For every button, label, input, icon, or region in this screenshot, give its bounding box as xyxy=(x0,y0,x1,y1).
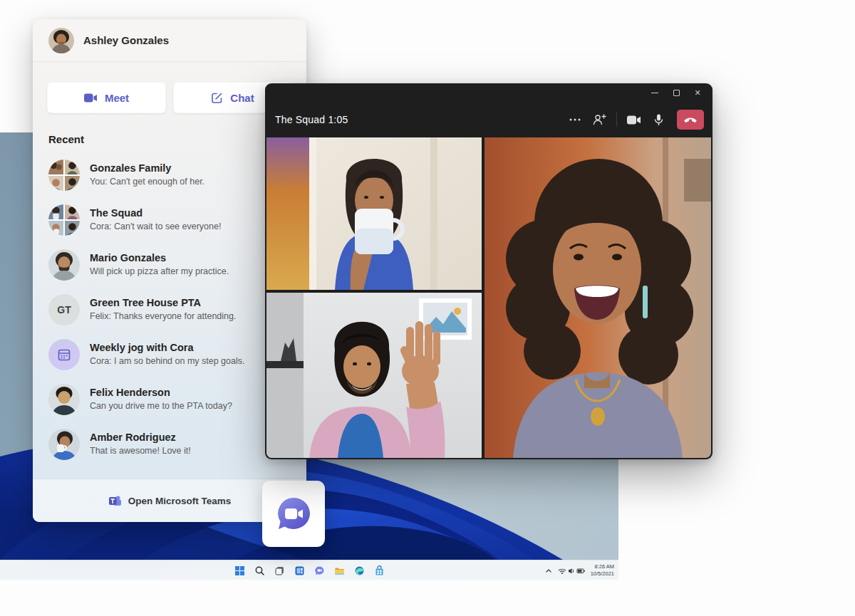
camera-icon[interactable] xyxy=(623,110,645,130)
hang-up-button[interactable] xyxy=(677,110,704,130)
open-teams-label: Open Microsoft Teams xyxy=(128,496,232,506)
call-toolbar xyxy=(564,110,704,130)
person-avatar xyxy=(48,384,80,415)
more-icon[interactable] xyxy=(564,110,586,130)
person-avatar xyxy=(48,249,80,281)
conversation-title: Felix Henderson xyxy=(90,386,232,400)
chevron-up-icon[interactable] xyxy=(544,567,554,575)
conversation-title: The Squad xyxy=(90,207,221,221)
taskbar: 8:26 AM 10/5/2021 xyxy=(0,560,618,580)
store-icon[interactable] xyxy=(372,563,387,578)
tray-date: 10/5/2021 xyxy=(591,570,614,578)
conversation-preview: That is awesome! Love it! xyxy=(90,445,191,457)
conversation-preview: Felix: Thanks everyone for attending. xyxy=(90,310,236,323)
add-people-icon[interactable] xyxy=(589,110,610,130)
flyout-header: Ashley Gonzales xyxy=(33,19,306,62)
conversation-preview: You: Can't get enough of her. xyxy=(90,176,204,188)
teams-logo-icon xyxy=(108,494,122,508)
start-icon[interactable] xyxy=(232,563,247,578)
conversation-title: Weekly jog with Cora xyxy=(90,341,244,355)
conversation-preview: Cora: I am so behind on my step goals. xyxy=(90,355,244,367)
group-avatar xyxy=(48,160,80,191)
search-icon[interactable] xyxy=(252,563,267,578)
chat-button-label: Chat xyxy=(230,92,254,104)
taskbar-icons xyxy=(232,560,387,580)
maximize-icon[interactable] xyxy=(665,85,687,100)
video-tile-woman-drinking xyxy=(266,137,482,290)
microphone-icon[interactable] xyxy=(648,110,669,130)
conversation-title: Amber Rodriguez xyxy=(90,431,191,445)
video-tile-woman-laughing xyxy=(484,137,711,458)
compose-icon xyxy=(211,92,223,104)
conversation-title: Green Tree House PTA xyxy=(90,296,236,310)
teams-launcher-card[interactable] xyxy=(262,481,325,547)
calendar-avatar xyxy=(48,339,80,370)
task-view-icon[interactable] xyxy=(272,563,287,578)
person-avatar xyxy=(48,429,80,460)
call-title: The Squad 1:05 xyxy=(275,114,348,125)
avatar-initials: GT xyxy=(48,294,80,325)
toolbar-divider xyxy=(616,113,617,127)
hang-up-icon xyxy=(683,115,698,124)
window-controls: ✕ xyxy=(265,83,712,102)
tray-time: 8:26 AM xyxy=(591,563,614,570)
calendar-icon xyxy=(57,348,71,362)
close-icon[interactable]: ✕ xyxy=(687,85,708,100)
system-tray[interactable]: 8:26 AM 10/5/2021 xyxy=(544,560,616,580)
call-window: ✕ The Squad 1:05 xyxy=(265,83,712,459)
user-name: Ashley Gonzales xyxy=(83,34,169,46)
minimize-icon[interactable] xyxy=(644,85,665,100)
conversation-title: Gonzales Family xyxy=(90,162,204,176)
initials-avatar: GT xyxy=(48,294,80,325)
tray-status-icons[interactable] xyxy=(558,567,586,575)
file-explorer-icon[interactable] xyxy=(332,563,347,578)
meet-button[interactable]: Meet xyxy=(47,82,166,113)
meet-button-label: Meet xyxy=(105,92,129,104)
chat-icon[interactable] xyxy=(312,563,327,578)
widgets-icon[interactable] xyxy=(292,563,307,578)
conversation-title: Mario Gonzales xyxy=(90,251,229,266)
video-tile-man-waving xyxy=(266,293,482,458)
tray-clock[interactable]: 8:26 AM 10/5/2021 xyxy=(591,563,616,578)
conversation-preview: Can you drive me to the PTA today? xyxy=(90,400,232,412)
group-avatar xyxy=(48,204,80,236)
teams-video-chat-bubble-icon xyxy=(273,494,314,535)
conversation-preview: Cora: Can't wait to see everyone! xyxy=(90,221,221,233)
edge-icon[interactable] xyxy=(352,563,367,578)
video-camera-icon xyxy=(84,93,98,103)
avatar xyxy=(48,28,74,53)
conversation-preview: Will pick up pizza after my practice. xyxy=(90,266,229,278)
call-header: The Squad 1:05 xyxy=(265,102,712,137)
